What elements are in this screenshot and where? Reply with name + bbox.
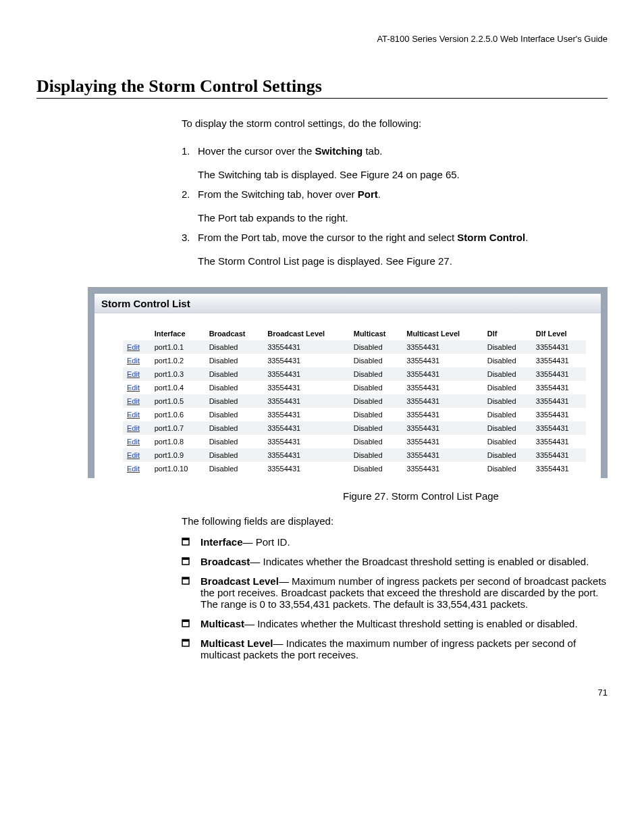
table-cell: Disabled	[205, 340, 264, 354]
edit-link[interactable]: Edit	[127, 465, 140, 473]
table-cell: Disabled	[350, 448, 402, 462]
column-header: Interface	[151, 327, 205, 340]
table-cell: Disabled	[483, 394, 532, 408]
table-cell: Disabled	[483, 435, 532, 448]
table-cell: 33554431	[263, 354, 350, 367]
step-line: The Storm Control List page is displayed…	[198, 255, 608, 267]
edit-link[interactable]: Edit	[127, 411, 140, 419]
table-cell: 33554431	[263, 394, 350, 408]
table-cell: Disabled	[205, 354, 264, 367]
table-cell: 33554431	[402, 381, 483, 394]
table-cell: 33554431	[402, 462, 483, 475]
table-row: Editport1.0.10Disabled33554431Disabled33…	[123, 462, 586, 475]
table-cell: Disabled	[350, 408, 402, 421]
table-cell: Disabled	[483, 340, 532, 354]
table-cell: 33554431	[402, 408, 483, 421]
table-cell: 33554431	[263, 462, 350, 475]
table-cell: 33554431	[532, 448, 586, 462]
table-row: Editport1.0.9Disabled33554431Disabled335…	[123, 448, 586, 462]
table-cell: Disabled	[205, 462, 264, 475]
definition-text: Broadcast Level— Maximum number of ingre…	[200, 575, 608, 610]
definition-item: Interface— Port ID.	[182, 536, 608, 548]
edit-link[interactable]: Edit	[127, 370, 140, 378]
table-cell: 33554431	[532, 367, 586, 381]
table-row: Editport1.0.4Disabled33554431Disabled335…	[123, 381, 586, 394]
figure-caption: Figure 27. Storm Control List Page	[234, 490, 608, 502]
table-cell: Disabled	[205, 448, 264, 462]
table-cell: port1.0.10	[151, 462, 205, 475]
table-cell: Disabled	[205, 367, 264, 381]
step-content: From the Port tab, move the cursor to th…	[198, 232, 608, 267]
storm-control-panel: Storm Control List InterfaceBroadcastBro…	[88, 287, 608, 478]
edit-link[interactable]: Edit	[127, 438, 140, 446]
followup-text: The following fields are displayed:	[182, 515, 608, 527]
table-cell: port1.0.2	[151, 354, 205, 367]
edit-link[interactable]: Edit	[127, 451, 140, 459]
table-cell: 33554431	[263, 448, 350, 462]
table-cell: 33554431	[532, 340, 586, 354]
table-cell: port1.0.5	[151, 394, 205, 408]
definition-text: Broadcast— Indicates whether the Broadca…	[200, 556, 608, 567]
definition-text: Multicast Level— Indicates the maximum n…	[200, 637, 608, 660]
table-cell: Disabled	[350, 394, 402, 408]
table-row: Editport1.0.8Disabled33554431Disabled335…	[123, 435, 586, 448]
table-cell: port1.0.4	[151, 381, 205, 394]
step-content: Hover the cursor over the Switching tab.…	[198, 145, 608, 180]
svg-rect-1	[182, 538, 189, 540]
edit-link[interactable]: Edit	[127, 397, 140, 405]
step-line: The Switching tab is displayed. See Figu…	[198, 169, 608, 180]
edit-link[interactable]: Edit	[127, 424, 140, 432]
table-row: Editport1.0.1Disabled33554431Disabled335…	[123, 340, 586, 354]
section-title: Displaying the Storm Control Settings	[36, 76, 608, 97]
table-cell: port1.0.8	[151, 435, 205, 448]
step-line: From the Switching tab, hover over Port.	[198, 188, 608, 200]
table-cell: Disabled	[350, 367, 402, 381]
bullet-icon	[182, 575, 200, 610]
storm-control-table: InterfaceBroadcastBroadcast LevelMultica…	[123, 327, 586, 475]
table-cell: Disabled	[350, 462, 402, 475]
step-number: 1.	[182, 145, 198, 180]
table-cell: 33554431	[402, 367, 483, 381]
table-cell: port1.0.6	[151, 408, 205, 421]
table-cell: 33554431	[402, 435, 483, 448]
table-cell: 33554431	[532, 462, 586, 475]
table-cell: Disabled	[483, 448, 532, 462]
page-number: 71	[36, 687, 608, 698]
table-cell: Disabled	[205, 421, 264, 435]
column-header	[123, 327, 151, 340]
intro-text: To display the storm control settings, d…	[182, 118, 608, 129]
column-header: Dlf	[483, 327, 532, 340]
edit-link[interactable]: Edit	[127, 357, 140, 365]
table-cell: Disabled	[350, 435, 402, 448]
edit-link[interactable]: Edit	[127, 343, 140, 351]
table-cell: Disabled	[205, 394, 264, 408]
table-cell: 33554431	[532, 408, 586, 421]
page-header: AT-8100 Series Version 2.2.5.0 Web Inter…	[36, 34, 608, 44]
table-cell: 33554431	[402, 340, 483, 354]
definition-item: Broadcast— Indicates whether the Broadca…	[182, 556, 608, 567]
column-header: Multicast	[350, 327, 402, 340]
step-number: 2.	[182, 188, 198, 224]
table-row: Editport1.0.2Disabled33554431Disabled335…	[123, 354, 586, 367]
table-cell: 33554431	[402, 421, 483, 435]
table-cell: 33554431	[402, 354, 483, 367]
table-cell: Disabled	[350, 421, 402, 435]
table-row: Editport1.0.5Disabled33554431Disabled335…	[123, 394, 586, 408]
table-cell: 33554431	[263, 435, 350, 448]
table-cell: 33554431	[263, 340, 350, 354]
svg-rect-9	[182, 640, 189, 642]
step-number: 3.	[182, 232, 198, 267]
table-row: Editport1.0.6Disabled33554431Disabled335…	[123, 408, 586, 421]
table-cell: 33554431	[402, 448, 483, 462]
step-content: From the Switching tab, hover over Port.…	[198, 188, 608, 224]
table-cell: 33554431	[532, 435, 586, 448]
bullet-icon	[182, 618, 200, 629]
table-cell: Disabled	[483, 381, 532, 394]
definition-item: Multicast Level— Indicates the maximum n…	[182, 637, 608, 660]
table-cell: port1.0.7	[151, 421, 205, 435]
table-cell: Disabled	[483, 462, 532, 475]
step-line: From the Port tab, move the cursor to th…	[198, 232, 608, 243]
title-rule	[36, 98, 608, 99]
edit-link[interactable]: Edit	[127, 384, 140, 392]
column-header: Dlf Level	[532, 327, 586, 340]
